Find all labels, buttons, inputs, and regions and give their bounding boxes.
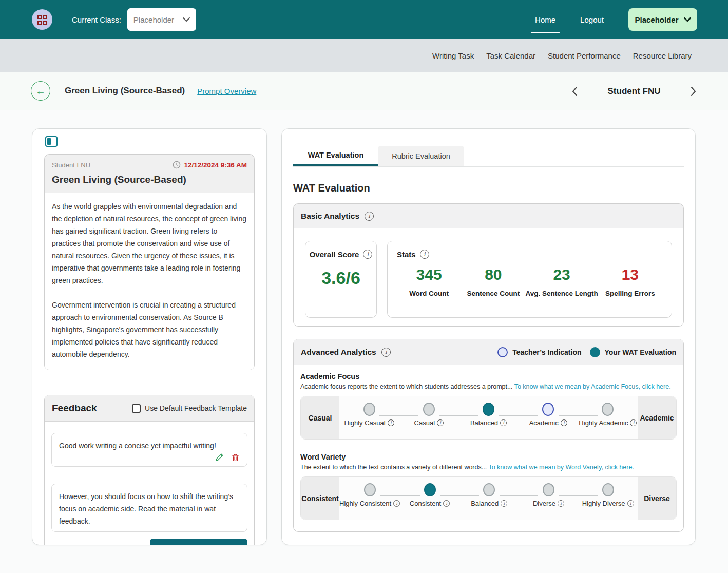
nav-logout[interactable]: Logout: [579, 12, 605, 27]
scale-dot[interactable]: [602, 403, 614, 416]
feedback-item-text: However, you should focus on how to shif…: [59, 490, 240, 527]
scale-dot-wat-selected[interactable]: [424, 483, 436, 496]
page-title: Green Living (Source-Based): [65, 86, 185, 96]
scale-step-balanced[interactable]: Balancedi: [458, 403, 518, 439]
overall-score-value: 3.6/6: [312, 268, 370, 288]
feedback-card: Feedback Use Default Feedback Template G…: [44, 395, 255, 545]
stats-label: Stats: [397, 250, 416, 259]
academic-focus-section: Academic Focus Academic focus reports th…: [300, 372, 677, 440]
scale-left-label: Casual: [301, 396, 339, 439]
advanced-analytics-header: Advanced Analytics i Teacher’s Indicatio…: [294, 339, 683, 365]
feedback-item: However, you should focus on how to shif…: [51, 484, 247, 532]
subnav-task-calendar[interactable]: Task Calendar: [486, 51, 535, 60]
info-icon[interactable]: i: [381, 348, 391, 357]
tab-wat-evaluation[interactable]: WAT Evaluation: [293, 146, 378, 166]
academic-focus-title: Academic Focus: [300, 372, 677, 380]
scale-step-consistent[interactable]: Consistenti: [400, 483, 459, 520]
student-name: Student FNU: [608, 86, 661, 97]
word-variety-learn-more-link[interactable]: To know what we mean by Word Variety, cl…: [488, 464, 634, 471]
scale-dot[interactable]: [363, 403, 375, 416]
info-icon[interactable]: i: [501, 500, 507, 507]
subnav-writing-task[interactable]: Writing Task: [432, 51, 474, 60]
scale-step-balanced[interactable]: Balancedi: [459, 483, 519, 520]
info-icon[interactable]: i: [630, 419, 637, 426]
delete-feedback-button[interactable]: [231, 453, 240, 462]
wat-evaluation-dot: [590, 347, 600, 357]
info-icon[interactable]: i: [437, 419, 444, 426]
current-class-label: Current Class:: [72, 15, 121, 24]
metric-avg-sentence-length: 23 Avg. Sentence Length: [525, 266, 598, 297]
scale-dot-teacher-selected[interactable]: [542, 403, 554, 416]
academic-focus-learn-more-link[interactable]: To know what we mean by Academic Focus, …: [514, 383, 671, 390]
essay-body: As the world grapples with environmental…: [45, 193, 254, 370]
academic-focus-description: Academic focus reports the extent to whi…: [300, 383, 677, 390]
metric-sentence-count: 80 Sentence Count: [461, 266, 525, 297]
subnav-resource-library[interactable]: Resource Library: [633, 51, 692, 60]
chevron-left-icon: [572, 87, 578, 96]
back-button[interactable]: ←: [31, 81, 50, 101]
info-icon[interactable]: i: [627, 500, 634, 507]
scale-step-diverse[interactable]: Diversei: [519, 483, 579, 520]
chevron-right-icon: [691, 87, 696, 96]
secondary-navbar: Writing Task Task Calendar Student Perfo…: [0, 39, 728, 72]
class-dropdown[interactable]: Placeholder: [127, 8, 196, 31]
scale-dot[interactable]: [483, 483, 495, 496]
essay-feedback-panel: Student FNU 12/12/2024 9:36 AM Green Liv…: [32, 128, 267, 545]
info-icon[interactable]: i: [363, 250, 372, 259]
scale-dot[interactable]: [543, 483, 554, 496]
info-icon[interactable]: i: [561, 419, 567, 426]
essay-paragraph: As the world grapples with environmental…: [52, 200, 247, 286]
edit-feedback-button[interactable]: [215, 453, 224, 462]
info-icon[interactable]: i: [443, 500, 450, 507]
legend: Teacher’s Indication Your WAT Evaluation: [497, 347, 676, 357]
essay-paragraph: Government intervention is crucial in cr…: [52, 299, 247, 360]
info-icon[interactable]: i: [420, 250, 429, 259]
collapse-panel-button[interactable]: [45, 136, 58, 147]
feedback-item: Good work writing a concise yet impactfu…: [51, 433, 247, 467]
prev-student-button[interactable]: [570, 85, 580, 98]
scale-right-label: Academic: [638, 396, 676, 439]
tab-rubric-evaluation[interactable]: Rubric Evaluation: [378, 146, 464, 166]
next-student-button[interactable]: [688, 85, 698, 98]
info-icon[interactable]: i: [388, 419, 394, 426]
stats-card: Stats i 345 Word Count 80 Sentence Count…: [387, 241, 672, 318]
scale-step-highly-consistent[interactable]: Highly Consistenti: [339, 483, 400, 520]
clock-icon: [173, 161, 181, 169]
scale-step-academic[interactable]: Academici: [519, 403, 578, 439]
word-variety-title: Word Variety: [300, 453, 677, 461]
use-default-template-option[interactable]: Use Default Feedback Template: [132, 404, 247, 413]
advanced-analytics-title: Advanced Analytics: [301, 348, 376, 357]
feedback-header: Feedback Use Default Feedback Template: [45, 395, 254, 422]
save-button[interactable]: Save: [150, 539, 247, 545]
advanced-analytics-card: Advanced Analytics i Teacher’s Indicatio…: [293, 339, 684, 532]
scale-left-label: Consistent: [301, 477, 339, 520]
basic-analytics-card: Basic Analytics i Overall Score i 3.6/6 …: [293, 203, 684, 327]
scale-dot[interactable]: [364, 483, 376, 496]
scale-right-label: Diverse: [638, 477, 676, 520]
info-icon[interactable]: i: [393, 500, 400, 507]
scale-step-highly-academic[interactable]: Highly Academici: [578, 403, 638, 439]
use-default-template-checkbox[interactable]: [132, 404, 141, 413]
essay-title: Green Living (Source-Based): [52, 174, 247, 185]
feedback-body: Good work writing a concise yet impactfu…: [45, 422, 254, 545]
info-icon[interactable]: i: [558, 500, 564, 507]
essay-student-name: Student FNU: [52, 161, 90, 169]
app-logo[interactable]: [32, 9, 52, 30]
scale-dot[interactable]: [602, 483, 614, 496]
nav-home[interactable]: Home: [534, 12, 557, 27]
pencil-icon: [215, 453, 224, 462]
scale-step-highly-casual[interactable]: Highly Casuali: [339, 403, 399, 439]
feedback-item-text: Good work writing a concise yet impactfu…: [59, 440, 240, 452]
prompt-overview-link[interactable]: Prompt Overview: [197, 87, 256, 96]
profile-dropdown-label: Placeholder: [635, 15, 678, 24]
scale-dot[interactable]: [423, 403, 435, 416]
scale-step-highly-diverse[interactable]: Highly Diversei: [578, 483, 638, 520]
subnav-student-performance[interactable]: Student Performance: [548, 51, 621, 60]
word-variety-description: The extent to which the text contains a …: [300, 464, 677, 471]
info-icon[interactable]: i: [365, 212, 374, 221]
profile-dropdown-button[interactable]: Placeholder: [628, 8, 697, 31]
metric-spelling-errors: 13 Spelling Errors: [598, 266, 662, 297]
scale-dot-wat-selected[interactable]: [483, 403, 494, 416]
info-icon[interactable]: i: [500, 419, 507, 426]
scale-step-casual[interactable]: Casuali: [399, 403, 458, 439]
